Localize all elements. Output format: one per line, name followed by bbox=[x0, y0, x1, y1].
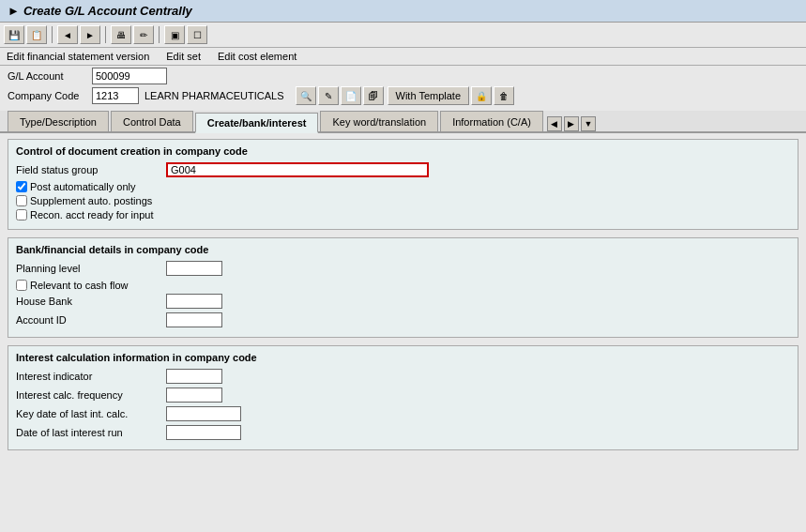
relevant-cash-flow-label: Relevant to cash flow bbox=[30, 280, 129, 291]
copy-btn[interactable]: ▣ bbox=[164, 25, 185, 44]
section3-title: Interest calculation information in comp… bbox=[16, 352, 790, 363]
planning-level-row: Planning level bbox=[16, 261, 790, 276]
company-code-label: Company Code bbox=[8, 90, 92, 101]
forward-btn[interactable]: ► bbox=[80, 25, 100, 44]
recon-acct-checkbox[interactable] bbox=[16, 209, 27, 220]
delete-icon-btn[interactable]: 🗑 bbox=[494, 86, 514, 105]
page-title: Create G/L Account Centrally bbox=[23, 4, 192, 18]
paste-btn[interactable]: ☐ bbox=[187, 25, 207, 44]
interest-calc-freq-input[interactable] bbox=[166, 388, 222, 403]
house-bank-label: House Bank bbox=[16, 296, 166, 307]
house-bank-row: House Bank bbox=[16, 294, 790, 309]
supplement-auto-row: Supplement auto. postings bbox=[16, 195, 790, 206]
interest-indicator-row: Interest indicator bbox=[16, 369, 790, 384]
post-auto-label: Post automatically only bbox=[30, 181, 136, 192]
company-code-input[interactable] bbox=[92, 87, 139, 104]
find-btn[interactable]: ✏ bbox=[133, 25, 154, 44]
last-interest-run-input[interactable] bbox=[166, 425, 241, 440]
key-date-input[interactable] bbox=[166, 406, 241, 421]
planning-level-input[interactable] bbox=[166, 261, 222, 276]
section1-title: Control of document creation in company … bbox=[16, 145, 790, 157]
new-icon-btn[interactable]: 📄 bbox=[341, 86, 361, 105]
tab-nav-prev[interactable]: ◀ bbox=[547, 116, 562, 131]
tab-control-data[interactable]: Control Data bbox=[111, 111, 193, 131]
tab-nav-next[interactable]: ▶ bbox=[564, 116, 579, 131]
section2-title: Bank/financial details in company code bbox=[16, 244, 790, 255]
relevant-cash-flow-checkbox[interactable] bbox=[16, 280, 27, 291]
field-status-group-input[interactable] bbox=[166, 162, 429, 177]
last-interest-run-label: Date of last interest run bbox=[16, 427, 166, 438]
toolbar: 💾 📋 ◄ ► 🖶 ✏ ▣ ☐ bbox=[0, 23, 806, 48]
account-id-input[interactable] bbox=[166, 312, 222, 327]
company-name: LEARN PHARMACEUTICALS bbox=[144, 90, 284, 101]
interest-indicator-input[interactable] bbox=[166, 369, 222, 384]
with-template-label: With Template bbox=[396, 90, 462, 101]
planning-level-label: Planning level bbox=[16, 263, 166, 274]
key-date-label: Key date of last int. calc. bbox=[16, 408, 166, 419]
shortcut-btn[interactable]: 📋 bbox=[26, 25, 47, 44]
back-btn[interactable]: ◄ bbox=[57, 25, 78, 44]
gl-account-input[interactable] bbox=[92, 68, 167, 84]
header-area: G/L Account Company Code LEARN PHARMACEU… bbox=[0, 66, 806, 111]
tab-nav-list[interactable]: ▼ bbox=[581, 116, 596, 131]
relevant-cash-flow-row: Relevant to cash flow bbox=[16, 280, 790, 291]
save-btn[interactable]: 💾 bbox=[4, 25, 24, 44]
tab-information[interactable]: Information (C/A) bbox=[440, 111, 543, 131]
field-status-group-label: Field status group bbox=[16, 164, 166, 175]
tab-create-bank-interest[interactable]: Create/bank/interest bbox=[195, 113, 319, 133]
key-date-row: Key date of last int. calc. bbox=[16, 406, 790, 421]
interest-indicator-label: Interest indicator bbox=[16, 371, 166, 382]
with-template-btn[interactable]: With Template bbox=[388, 86, 470, 105]
menu-edit-financial[interactable]: Edit financial statement version bbox=[4, 50, 152, 63]
tabs-bar: Type/Description Control Data Create/ban… bbox=[0, 111, 806, 133]
account-id-label: Account ID bbox=[16, 314, 166, 326]
supplement-auto-label: Supplement auto. postings bbox=[30, 195, 152, 206]
last-interest-run-row: Date of last interest run bbox=[16, 425, 790, 440]
title-bar: ► Create G/L Account Centrally bbox=[0, 0, 806, 23]
tab-keyword[interactable]: Key word/translation bbox=[320, 111, 438, 131]
field-status-group-row: Field status group bbox=[16, 162, 790, 177]
tab-type-description[interactable]: Type/Description bbox=[8, 111, 109, 131]
recon-acct-label: Recon. acct ready for input bbox=[30, 209, 153, 220]
section-interest-calc: Interest calculation information in comp… bbox=[8, 345, 798, 450]
account-id-row: Account ID bbox=[16, 312, 790, 327]
recon-acct-row: Recon. acct ready for input bbox=[16, 209, 790, 220]
menu-edit-cost[interactable]: Edit cost element bbox=[215, 50, 299, 63]
post-auto-checkbox[interactable] bbox=[16, 181, 27, 192]
menu-edit-set[interactable]: Edit set bbox=[163, 50, 204, 63]
supplement-auto-checkbox[interactable] bbox=[16, 195, 27, 206]
content-area: Control of document creation in company … bbox=[0, 133, 806, 478]
print-btn[interactable]: 🖶 bbox=[111, 25, 131, 44]
interest-calc-freq-row: Interest calc. frequency bbox=[16, 388, 790, 403]
copy-icon-btn[interactable]: 🗐 bbox=[363, 86, 384, 105]
edit-icon-btn[interactable]: ✎ bbox=[318, 86, 339, 105]
post-auto-row: Post automatically only bbox=[16, 181, 790, 192]
menu-bar: Edit financial statement version Edit se… bbox=[0, 48, 806, 66]
interest-calc-freq-label: Interest calc. frequency bbox=[16, 389, 166, 401]
gl-account-label: G/L Account bbox=[8, 70, 92, 82]
house-bank-input[interactable] bbox=[166, 294, 222, 309]
section-bank-financial: Bank/financial details in company code P… bbox=[8, 237, 798, 338]
search-icon-btn[interactable]: 🔍 bbox=[296, 86, 316, 105]
title-icon: ► bbox=[8, 4, 20, 18]
lock-icon-btn[interactable]: 🔒 bbox=[471, 86, 492, 105]
section-control-document: Control of document creation in company … bbox=[8, 139, 798, 230]
